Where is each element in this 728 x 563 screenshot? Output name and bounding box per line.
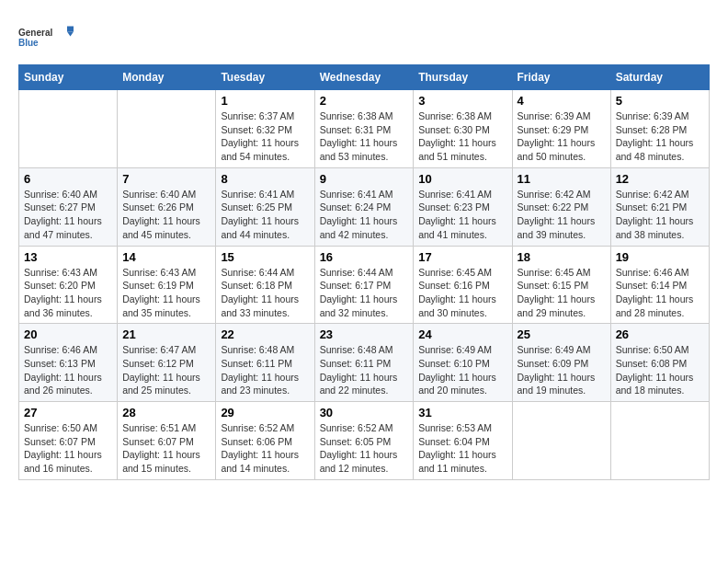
calendar-cell: 11Sunrise: 6:42 AM Sunset: 6:22 PM Dayli… xyxy=(512,167,610,246)
day-info: Sunrise: 6:38 AM Sunset: 6:31 PM Dayligh… xyxy=(320,109,409,164)
calendar-cell: 8Sunrise: 6:41 AM Sunset: 6:25 PM Daylig… xyxy=(216,167,314,246)
day-number: 30 xyxy=(320,406,409,419)
day-number: 25 xyxy=(518,327,606,341)
svg-marker-3 xyxy=(67,32,74,37)
calendar-day-header: Sunday xyxy=(19,65,118,90)
day-info: Sunrise: 6:42 AM Sunset: 6:22 PM Dayligh… xyxy=(518,188,606,242)
calendar-cell: 22Sunrise: 6:48 AM Sunset: 6:11 PM Dayli… xyxy=(216,324,314,402)
svg-text:General: General xyxy=(18,28,52,38)
calendar-week-row: 6Sunrise: 6:40 AM Sunset: 6:27 PM Daylig… xyxy=(19,167,710,246)
day-info: Sunrise: 6:51 AM Sunset: 6:07 PM Dayligh… xyxy=(122,421,210,476)
day-number: 21 xyxy=(122,327,210,341)
day-info: Sunrise: 6:37 AM Sunset: 6:32 PM Dayligh… xyxy=(221,109,309,164)
calendar-cell: 4Sunrise: 6:39 AM Sunset: 6:29 PM Daylig… xyxy=(512,90,610,168)
calendar-day-header: Friday xyxy=(512,65,610,90)
calendar-cell xyxy=(118,90,216,168)
calendar-cell xyxy=(610,402,709,480)
day-info: Sunrise: 6:50 AM Sunset: 6:07 PM Dayligh… xyxy=(24,421,112,476)
day-number: 18 xyxy=(518,250,606,264)
calendar-cell: 19Sunrise: 6:46 AM Sunset: 6:14 PM Dayli… xyxy=(610,246,709,324)
day-number: 5 xyxy=(616,94,704,108)
day-info: Sunrise: 6:44 AM Sunset: 6:17 PM Dayligh… xyxy=(320,266,409,320)
calendar-day-header: Monday xyxy=(118,65,216,90)
day-info: Sunrise: 6:42 AM Sunset: 6:21 PM Dayligh… xyxy=(616,188,704,242)
calendar-cell: 23Sunrise: 6:48 AM Sunset: 6:11 PM Dayli… xyxy=(314,324,414,402)
calendar-cell: 31Sunrise: 6:53 AM Sunset: 6:04 PM Dayli… xyxy=(414,402,512,480)
calendar-cell: 28Sunrise: 6:51 AM Sunset: 6:07 PM Dayli… xyxy=(118,402,216,480)
calendar-cell: 5Sunrise: 6:39 AM Sunset: 6:28 PM Daylig… xyxy=(610,90,709,168)
day-info: Sunrise: 6:48 AM Sunset: 6:11 PM Dayligh… xyxy=(320,343,409,397)
day-number: 14 xyxy=(122,250,210,264)
calendar-day-header: Tuesday xyxy=(216,65,314,90)
logo: General Blue xyxy=(18,18,74,55)
calendar-cell: 7Sunrise: 6:40 AM Sunset: 6:26 PM Daylig… xyxy=(118,167,216,246)
day-number: 12 xyxy=(616,172,704,186)
calendar-cell: 17Sunrise: 6:45 AM Sunset: 6:16 PM Dayli… xyxy=(414,246,512,324)
day-number: 17 xyxy=(418,250,506,264)
calendar-cell: 10Sunrise: 6:41 AM Sunset: 6:23 PM Dayli… xyxy=(414,167,512,246)
day-info: Sunrise: 6:47 AM Sunset: 6:12 PM Dayligh… xyxy=(122,343,210,397)
day-info: Sunrise: 6:43 AM Sunset: 6:20 PM Dayligh… xyxy=(24,266,112,320)
day-info: Sunrise: 6:52 AM Sunset: 6:05 PM Dayligh… xyxy=(320,421,409,476)
day-number: 1 xyxy=(221,94,309,108)
calendar-cell: 24Sunrise: 6:49 AM Sunset: 6:10 PM Dayli… xyxy=(414,324,512,402)
day-info: Sunrise: 6:45 AM Sunset: 6:15 PM Dayligh… xyxy=(518,266,606,320)
calendar-week-row: 20Sunrise: 6:46 AM Sunset: 6:13 PM Dayli… xyxy=(19,324,710,402)
day-info: Sunrise: 6:38 AM Sunset: 6:30 PM Dayligh… xyxy=(418,109,506,164)
day-number: 24 xyxy=(418,327,506,341)
svg-text:Blue: Blue xyxy=(18,38,39,48)
day-number: 26 xyxy=(616,327,704,341)
day-info: Sunrise: 6:46 AM Sunset: 6:14 PM Dayligh… xyxy=(616,266,704,320)
day-info: Sunrise: 6:39 AM Sunset: 6:29 PM Dayligh… xyxy=(518,109,606,164)
calendar-cell: 16Sunrise: 6:44 AM Sunset: 6:17 PM Dayli… xyxy=(314,246,414,324)
calendar-week-row: 1Sunrise: 6:37 AM Sunset: 6:32 PM Daylig… xyxy=(19,90,710,168)
day-number: 31 xyxy=(418,406,506,419)
day-info: Sunrise: 6:39 AM Sunset: 6:28 PM Dayligh… xyxy=(616,109,704,164)
calendar-cell: 14Sunrise: 6:43 AM Sunset: 6:19 PM Dayli… xyxy=(118,246,216,324)
day-number: 11 xyxy=(518,172,606,186)
calendar-day-header: Thursday xyxy=(414,65,512,90)
calendar-cell: 6Sunrise: 6:40 AM Sunset: 6:27 PM Daylig… xyxy=(19,167,118,246)
day-info: Sunrise: 6:49 AM Sunset: 6:10 PM Dayligh… xyxy=(418,343,506,397)
day-number: 28 xyxy=(122,406,210,419)
day-number: 19 xyxy=(616,250,704,264)
day-number: 23 xyxy=(320,327,409,341)
calendar-cell xyxy=(19,90,118,168)
calendar-cell: 29Sunrise: 6:52 AM Sunset: 6:06 PM Dayli… xyxy=(216,402,314,480)
day-number: 22 xyxy=(221,327,309,341)
calendar-table: SundayMondayTuesdayWednesdayThursdayFrid… xyxy=(18,64,710,480)
calendar-cell: 30Sunrise: 6:52 AM Sunset: 6:05 PM Dayli… xyxy=(314,402,414,480)
calendar-cell: 13Sunrise: 6:43 AM Sunset: 6:20 PM Dayli… xyxy=(19,246,118,324)
day-number: 3 xyxy=(418,94,506,108)
calendar-cell: 18Sunrise: 6:45 AM Sunset: 6:15 PM Dayli… xyxy=(512,246,610,324)
calendar-cell xyxy=(512,402,610,480)
day-info: Sunrise: 6:50 AM Sunset: 6:08 PM Dayligh… xyxy=(616,343,704,397)
day-info: Sunrise: 6:53 AM Sunset: 6:04 PM Dayligh… xyxy=(418,421,506,476)
svg-marker-2 xyxy=(67,27,74,32)
calendar-cell: 20Sunrise: 6:46 AM Sunset: 6:13 PM Dayli… xyxy=(19,324,118,402)
day-number: 13 xyxy=(24,250,112,264)
day-info: Sunrise: 6:41 AM Sunset: 6:24 PM Dayligh… xyxy=(320,188,409,242)
day-info: Sunrise: 6:40 AM Sunset: 6:27 PM Dayligh… xyxy=(24,188,112,242)
day-number: 4 xyxy=(518,94,606,108)
calendar-cell: 9Sunrise: 6:41 AM Sunset: 6:24 PM Daylig… xyxy=(314,167,414,246)
day-info: Sunrise: 6:52 AM Sunset: 6:06 PM Dayligh… xyxy=(221,421,309,476)
page-header: General Blue xyxy=(18,18,710,55)
day-number: 9 xyxy=(320,172,409,186)
day-number: 2 xyxy=(320,94,409,108)
day-number: 6 xyxy=(24,172,112,186)
day-number: 20 xyxy=(24,327,112,341)
calendar-day-header: Wednesday xyxy=(314,65,414,90)
calendar-week-row: 13Sunrise: 6:43 AM Sunset: 6:20 PM Dayli… xyxy=(19,246,710,324)
day-number: 15 xyxy=(221,250,309,264)
day-number: 29 xyxy=(221,406,309,419)
day-info: Sunrise: 6:49 AM Sunset: 6:09 PM Dayligh… xyxy=(518,343,606,397)
day-number: 10 xyxy=(418,172,506,186)
day-number: 8 xyxy=(221,172,309,186)
day-info: Sunrise: 6:41 AM Sunset: 6:23 PM Dayligh… xyxy=(418,188,506,242)
day-info: Sunrise: 6:41 AM Sunset: 6:25 PM Dayligh… xyxy=(221,188,309,242)
calendar-cell: 27Sunrise: 6:50 AM Sunset: 6:07 PM Dayli… xyxy=(19,402,118,480)
calendar-day-header: Saturday xyxy=(610,65,709,90)
calendar-cell: 15Sunrise: 6:44 AM Sunset: 6:18 PM Dayli… xyxy=(216,246,314,324)
day-info: Sunrise: 6:44 AM Sunset: 6:18 PM Dayligh… xyxy=(221,266,309,320)
